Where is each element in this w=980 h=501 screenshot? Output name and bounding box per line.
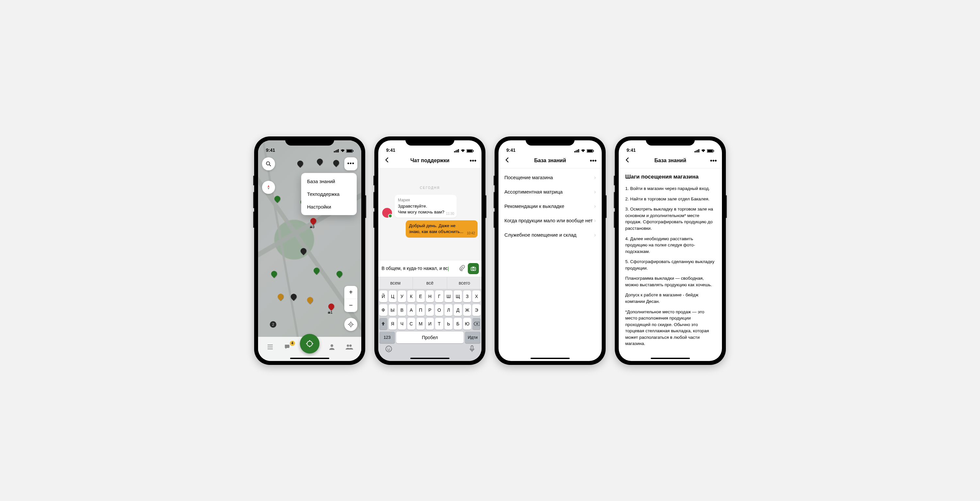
key[interactable]: У [398,290,406,302]
suggestion[interactable]: всего [447,277,482,289]
fab-target[interactable] [300,334,320,354]
svg-rect-28 [454,151,455,152]
key[interactable]: З [463,290,471,302]
key[interactable]: М [417,318,425,330]
menu-item-support[interactable]: Техподдержка [301,188,357,200]
kb-list: Посещение магазина› Ассортиментная матри… [498,168,602,244]
key[interactable]: Ж [463,304,471,316]
message-out[interactable]: Добрый день. Даже не знаю, как вам объяс… [406,220,477,237]
chat-badge: 4 [290,341,295,346]
article-body[interactable]: Шаги посещения магазина 1. Войти в магаз… [619,168,722,361]
more-button[interactable]: ••• [710,157,718,165]
key[interactable]: Л [445,304,453,316]
message-in[interactable]: Мария Здравствуйте. Чем могу помочь вам?… [395,195,457,218]
key[interactable]: Н [426,290,434,302]
key[interactable]: К [407,290,415,302]
camera-button[interactable] [468,263,479,274]
article-para: 2. Найти в торговом зале отдел Бакалея. [625,196,715,202]
key[interactable]: А [407,304,415,316]
key[interactable]: Т [435,318,443,330]
chevron-right-icon: › [594,218,596,224]
svg-rect-57 [708,149,713,152]
nav-chat[interactable]: 4 [283,342,293,352]
nav-profile[interactable] [327,342,337,352]
list-item[interactable]: Служебное помещение и склад› [498,228,602,242]
search-button[interactable] [262,157,275,170]
attach-button[interactable] [459,265,465,273]
list-item[interactable]: Рекомендации к выкладке› [498,199,602,214]
key[interactable]: Ч [398,318,406,330]
key[interactable]: Г [435,290,443,302]
svg-rect-53 [696,151,697,152]
svg-rect-46 [576,151,577,152]
message-text: Чем могу помочь вам? [398,209,444,215]
suggestion[interactable]: всем [378,277,413,289]
chevron-left-icon [385,157,389,163]
numeric-key[interactable]: 123 [379,331,395,343]
back-button[interactable] [503,157,511,165]
compass-button[interactable] [262,181,275,194]
key[interactable]: С [407,318,415,330]
paperclip-icon [459,265,465,271]
key[interactable]: Я [389,318,397,330]
key[interactable]: Ы [389,304,397,316]
chevron-right-icon: › [594,174,596,181]
more-button[interactable]: ••• [344,157,357,170]
users-icon [345,343,353,350]
more-button[interactable]: ••• [469,157,477,165]
key[interactable]: В [398,304,406,316]
key[interactable]: Щ [454,290,462,302]
key[interactable]: Ь [445,318,453,330]
key[interactable]: Р [426,304,434,316]
go-key[interactable]: Идти [465,331,480,343]
list-item[interactable]: Посещение магазина› [498,170,602,185]
more-icon: ••• [347,160,355,167]
nav-tasks[interactable] [265,342,275,352]
svg-marker-9 [267,185,269,187]
key[interactable]: Ю [463,318,471,330]
svg-rect-50 [587,149,593,152]
list-item[interactable]: Ассортиментная матрица› [498,185,602,199]
back-button[interactable] [383,157,391,165]
space-key[interactable]: Пробел [396,331,463,343]
chat-body[interactable]: СЕГОДНЯ Мария Здравствуйте. Чем могу пом… [378,168,482,260]
zoom-control: + − [344,286,357,312]
key[interactable]: Ф [379,304,387,316]
key[interactable]: О [435,304,443,316]
article-para: 4. Далее необходимо расставить продукцию… [625,236,715,255]
back-button[interactable] [623,157,631,165]
key[interactable]: П [417,304,425,316]
key[interactable]: Б [454,318,462,330]
backspace-icon [474,322,480,326]
zoom-out-button[interactable]: − [344,299,357,312]
backspace-key[interactable] [473,318,480,330]
article-para: Допуск к работе в магазине - бейдж компа… [625,292,715,304]
key[interactable]: Д [454,304,462,316]
list-item[interactable]: Когда продукции мало или вообще нет› [498,214,602,228]
zoom-in-button[interactable]: + [344,286,357,299]
menu-item-knowledge[interactable]: База знаний [301,175,357,188]
svg-point-7 [267,162,270,165]
locate-button[interactable] [344,318,357,331]
emoji-button[interactable] [385,345,392,354]
key[interactable]: Й [379,290,387,302]
svg-point-42 [390,348,390,349]
menu-item-settings[interactable]: Настройки [301,200,357,213]
key[interactable]: И [426,318,434,330]
key[interactable]: Е [417,290,425,302]
more-button[interactable]: ••• [589,157,597,165]
key[interactable]: Ш [445,290,453,302]
svg-rect-1 [335,151,336,152]
mic-button[interactable] [469,345,475,354]
key[interactable]: Х [473,290,480,302]
suggestion[interactable]: всё [413,277,447,289]
status-time: 9:41 [627,147,636,153]
key[interactable]: Ц [389,290,397,302]
nav-team[interactable] [344,342,354,352]
shift-key[interactable] [379,318,387,330]
avatar[interactable] [382,208,392,218]
key[interactable]: Э [473,304,480,316]
list-item-label: Рекомендации к выкладке [504,203,564,209]
svg-rect-48 [578,149,579,152]
message-input[interactable]: В общем, я куда-то нажал, и вс [381,264,456,272]
